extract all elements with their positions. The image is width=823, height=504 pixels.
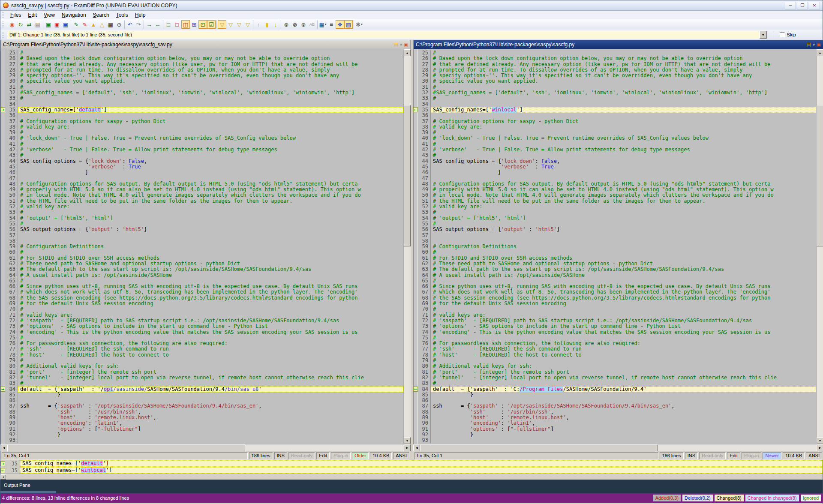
diff-marker-right-icon[interactable]: → <box>0 461 5 466</box>
save-second-icon[interactable]: ▣ <box>53 20 61 29</box>
color-schemes-icon[interactable]: ▦▾ <box>318 20 327 29</box>
menu-edit[interactable]: Edit <box>24 11 40 19</box>
stat-badge-added-----[interactable]: Added(0,3) <box>653 495 681 501</box>
scroll-up-icon[interactable]: ▲ <box>404 49 411 56</box>
synchronize-scrolling-icon[interactable]: ⊡ <box>198 20 207 29</box>
word-wrap-icon[interactable]: ≡ <box>327 20 336 29</box>
line-text: # which does not work well as utf-8. So,… <box>431 289 816 295</box>
code-segment: # 'verbose' - True | False. True = Allow… <box>433 147 690 153</box>
examdiff-logo-icon[interactable]: ◉ <box>404 42 408 47</box>
horizontal-scroll-thumb[interactable] <box>420 444 658 451</box>
edit-second-file-icon[interactable]: ✎ <box>81 20 89 29</box>
code-line: 50# in local mode. Note that HTML 4.0 wi… <box>418 192 816 198</box>
previous-difference-icon[interactable]: ← <box>153 20 162 29</box>
plugins-icon[interactable]: ❖ <box>336 20 344 29</box>
code-line: 26# Based upon the lock_down configurati… <box>5 56 403 61</box>
show-options-panel-icon[interactable]: ☑ <box>207 20 216 29</box>
diff-dropdown-button[interactable]: ▼ <box>760 31 767 39</box>
redo-icon[interactable]: ↷ <box>134 20 143 29</box>
diff-marker-right-icon[interactable]: → <box>0 387 5 392</box>
output-pane-header[interactable]: Output Pane <box>0 480 823 491</box>
header-dropdown-icon[interactable]: ▾ <box>399 42 402 47</box>
swap-panes-icon[interactable]: ⇄ <box>25 20 33 29</box>
next-difference-icon[interactable]: → <box>145 20 153 29</box>
horizontal-scrollbar[interactable]: ◀▶ <box>413 444 823 451</box>
horizontal-scroll-thumb[interactable] <box>7 444 245 451</box>
plugin-options-icon[interactable]: ▨ <box>344 20 353 29</box>
stat-badge-changed---[interactable]: Changed(8) <box>715 495 744 501</box>
filter-changed-icon[interactable]: ▽ <box>243 20 252 29</box>
save-first-icon[interactable]: ▣ <box>44 20 53 29</box>
toolbar-grip-handle[interactable] <box>3 21 6 27</box>
horizontal-scrollbar[interactable]: ◀▶ <box>0 444 411 451</box>
settings-icon[interactable]: ✱▾ <box>355 20 363 29</box>
diff-marker-left-icon[interactable]: ← <box>413 387 418 392</box>
scroll-left-icon[interactable]: ◀ <box>0 444 7 451</box>
scroll-right-icon[interactable]: ▶ <box>817 444 823 451</box>
file-path-header[interactable]: C:\Program Files\Python\Python37\Lib\sit… <box>413 40 823 49</box>
current-difference-icon[interactable]: ▮ <box>263 20 271 29</box>
print-icon[interactable]: ▦ <box>106 20 115 29</box>
menu-tools[interactable]: Tools <box>113 11 132 19</box>
split-grid-icon[interactable]: ⊞ <box>190 20 198 29</box>
code-area[interactable]: 25#26# Based upon the lock_down configur… <box>418 49 816 444</box>
scroll-down-icon[interactable]: ▼ <box>817 437 823 444</box>
edit-first-file-icon[interactable]: ✎ <box>72 20 81 29</box>
next-block-icon[interactable]: ↓ <box>271 20 280 29</box>
copy-path-icon[interactable]: ▤ <box>806 42 811 47</box>
diff-marker-left-icon[interactable]: ← <box>413 107 418 112</box>
menu-navigation[interactable]: Navigation <box>58 11 90 19</box>
show-first-pane-icon[interactable]: □ <box>164 20 173 29</box>
scroll-right-icon[interactable]: ▶ <box>404 444 411 451</box>
vertical-scrollbar[interactable]: ▲▼ <box>816 49 823 444</box>
scroll-up-icon[interactable]: ▲ <box>817 49 823 56</box>
menu-view[interactable]: View <box>40 11 58 19</box>
diff-marker-left-icon[interactable]: ← <box>0 468 5 473</box>
scroll-down-icon[interactable]: ▼ <box>404 437 411 444</box>
minimize-button[interactable]: ─ <box>785 2 796 9</box>
save-all-icon[interactable]: ▣ <box>61 20 70 29</box>
undo-icon[interactable]: ↶ <box>126 20 134 29</box>
stat-badge-changed-in-changed---[interactable]: Changed in changed(8) <box>745 495 799 501</box>
maximize-button[interactable]: ❐ <box>797 2 808 9</box>
match-case-icon[interactable]: AB <box>308 20 316 29</box>
diff-marker-right-icon[interactable]: → <box>0 107 5 112</box>
copy-block-to-first-icon[interactable]: ▲ <box>89 20 98 29</box>
find-next-icon[interactable]: ⊚ <box>291 20 299 29</box>
find-previous-icon[interactable]: ⊚ <box>299 20 308 29</box>
filter-deleted-icon[interactable]: ▽ <box>235 20 243 29</box>
menu-search[interactable]: Search <box>90 11 113 19</box>
compare-icon[interactable]: ◉ <box>8 20 16 29</box>
filter-identical-icon[interactable]: ▽ <box>218 20 226 29</box>
header-dropdown-icon[interactable]: ▾ <box>812 42 815 47</box>
scroll-left-icon[interactable]: ◀ <box>413 444 420 451</box>
copy-block-to-second-icon[interactable]: △ <box>98 20 106 29</box>
menu-grip-handle[interactable] <box>3 12 6 18</box>
file-path-header[interactable]: C:\Program Files\Python\Python37\Lib\sit… <box>0 40 411 49</box>
line-number: 27 <box>418 62 431 67</box>
find-icon[interactable]: ⊚ <box>282 20 291 29</box>
vertical-scrollbar[interactable]: ▲▼ <box>403 49 411 444</box>
filter-added-icon[interactable]: ▽ <box>226 20 235 29</box>
scroll-left-icon[interactable]: ◂ <box>0 474 6 480</box>
diffbar-grip-handle[interactable] <box>3 32 6 38</box>
print-preview-icon[interactable]: ⊙ <box>115 20 123 29</box>
stat-badge-ignored[interactable]: Ignored <box>801 495 821 501</box>
examdiff-logo-icon[interactable]: ◉ <box>817 42 821 47</box>
copy-path-icon[interactable]: ▤ <box>393 42 398 47</box>
vertical-scroll-thumb[interactable] <box>404 105 411 246</box>
diff-description-combo[interactable]: Diff 1: Change 1 line (35, first file) t… <box>7 31 760 39</box>
code-area[interactable]: 25#26# Based upon the lock_down configur… <box>5 49 403 444</box>
skip-checkbox[interactable] <box>780 32 785 37</box>
previous-block-icon[interactable]: ↑ <box>254 20 263 29</box>
menu-files[interactable]: Files <box>7 11 24 19</box>
menu-help[interactable]: Help <box>132 11 149 19</box>
recompare-icon[interactable]: ↻ <box>16 20 25 29</box>
stat-badge-deleted-----[interactable]: Deleted(0,2) <box>682 495 713 501</box>
line-text: # properly with HTML 5.0 so it can also … <box>431 187 816 192</box>
vertical-scroll-thumb[interactable] <box>817 105 823 246</box>
open-files-icon[interactable]: ▤ <box>33 20 42 29</box>
show-second-pane-icon[interactable]: □ <box>173 20 181 29</box>
split-vertical-icon[interactable]: ◫ <box>181 20 190 29</box>
close-button[interactable]: ✕ <box>809 2 820 9</box>
